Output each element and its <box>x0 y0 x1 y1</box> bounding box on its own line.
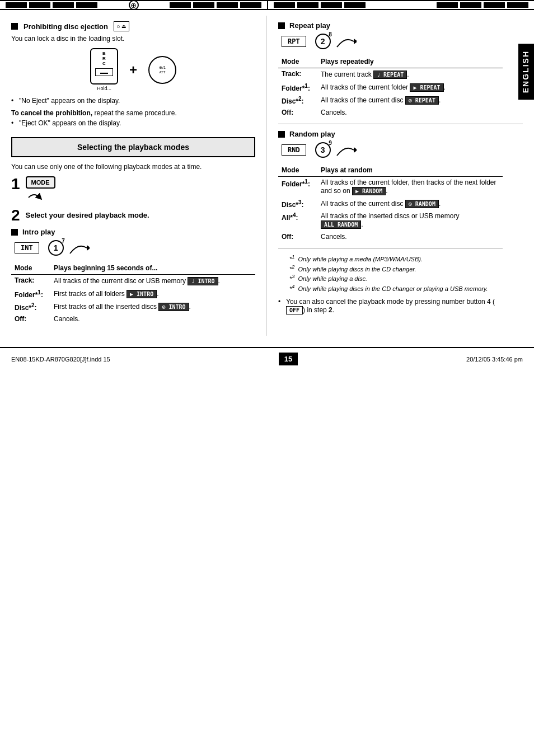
random-disc-text: All tracks of the current disc ⊙ RANDOM. <box>317 198 503 210</box>
repeat-disc-label: Disc*2: <box>278 94 317 107</box>
random-row-off: Off: Cancels. <box>278 231 503 242</box>
step-2-text: Select your desired playback mode. <box>26 208 149 219</box>
prohibiting-section: Prohibiting disc ejection ○ ⏏ You can lo… <box>11 21 255 127</box>
repeat-col-mode: Mode <box>278 55 317 68</box>
repeat-disc-text: All tracks of the current disc ⊙ REPEAT. <box>317 94 503 107</box>
eject-ok-text: "Eject OK" appears on the display. <box>11 119 255 127</box>
random-off-text: Cancels. <box>317 231 503 242</box>
repeat-number-circle: 8 2 <box>315 34 331 49</box>
strip-block-r1 <box>274 2 295 8</box>
all-random-icon: ALL RANDOM <box>321 220 361 229</box>
strip-block-r4 <box>344 2 366 8</box>
svg-marker-0 <box>87 245 90 251</box>
repeat-section-square <box>278 22 285 29</box>
repeat-play-header: Repeat play <box>278 21 503 30</box>
repeat-off-text: Cancels. <box>317 107 503 118</box>
strip-block-8 <box>240 2 261 8</box>
random-col-mode: Mode <box>278 164 317 177</box>
section-divider-2 <box>278 248 503 248</box>
selecting-playback-box: Selecting the playback modes <box>11 137 255 157</box>
random-row-all: All*4: All tracks of the inserted discs … <box>278 210 503 231</box>
random-off-label: Off: <box>278 231 317 242</box>
prohibiting-body: You can lock a disc in the loading slot. <box>11 35 255 43</box>
random-play-title: Random play <box>289 130 335 138</box>
random-section-square <box>278 131 285 138</box>
footnote-3: *3 Only while playing a disc. <box>278 274 503 282</box>
svg-marker-1 <box>354 39 357 44</box>
compass-icon: ⊕ <box>130 1 137 10</box>
prohibiting-title: Prohibiting disc ejection <box>24 22 108 31</box>
intro-disc-text: First tracks of all the inserted discs ⊙… <box>50 300 255 313</box>
strip-block-r3 <box>321 2 342 8</box>
top-strip-left: ⊕ <box>0 1 267 9</box>
mode-arrow-svg <box>26 192 43 203</box>
intro-col-plays: Plays beginning 15 seconds of... <box>50 262 255 275</box>
page-footer: EN08-15KD-AR870G820[J]f.indd 15 15 20/12… <box>0 347 534 370</box>
intro-track-label: Track: <box>11 275 50 288</box>
repeat-row-disc: Disc*2: All tracks of the current disc ⊙… <box>278 94 503 107</box>
prohibiting-title-row: Prohibiting disc ejection ○ ⏏ <box>11 21 255 31</box>
strip-block-4 <box>76 2 97 8</box>
left-column: Prohibiting disc ejection ○ ⏏ You can lo… <box>0 16 267 336</box>
repeat-diagram: RPT 8 2 <box>282 33 503 50</box>
intro-play-table: Mode Plays beginning 15 seconds of... Tr… <box>11 262 255 325</box>
repeat-track-text: The current track ♩ REPEAT. <box>317 68 503 82</box>
random-disc-label: Disc*3: <box>278 198 317 210</box>
strip-block-2 <box>29 2 50 8</box>
intro-row-disc: Disc*2: First tracks of all the inserted… <box>11 300 255 313</box>
footer-date: 20/12/05 3:45:46 pm <box>466 356 523 363</box>
disc-repeat-icon: ⊙ REPEAT <box>405 96 439 105</box>
remote-control-icon: BRC ▬▬ <box>90 48 118 84</box>
repeat-row-folder: Folder*1: All tracks of the current fold… <box>278 81 503 94</box>
page-number: 15 <box>279 353 298 365</box>
random-play-table: Mode Plays at random Folder*1: All track… <box>278 164 503 242</box>
random-row-disc: Disc*3: All tracks of the current disc ⊙… <box>278 198 503 210</box>
disc-eject-icon: ○ ⏏ <box>114 21 129 31</box>
intro-number-circle: 7 1 <box>48 240 64 256</box>
disc-random-icon: ⊙ RANDOM <box>405 200 439 208</box>
intro-play-section: Intro play INT 7 1 <box>11 228 255 325</box>
section-square <box>11 23 18 30</box>
step-1-number: 1 <box>11 176 20 192</box>
step-2-row: 2 Select your desired playback mode. <box>11 208 255 223</box>
plus-icon: + <box>129 62 137 78</box>
top-strip: ⊕ <box>0 0 534 10</box>
selecting-playback-title: Selecting the playback modes <box>77 143 189 152</box>
english-tab: ENGLISH <box>518 44 534 100</box>
random-curved-arrow <box>334 142 357 158</box>
page-container: ⊕ Prohibiting d <box>0 0 534 756</box>
intro-col-mode: Mode <box>11 262 50 275</box>
intro-track-text: All tracks of the current disc or USB me… <box>50 275 255 288</box>
repeat-track-label: Track: <box>278 68 317 82</box>
strip-block-3 <box>53 2 74 8</box>
repeat-col-plays: Plays repeatedly <box>317 55 503 68</box>
random-all-label: All*4: <box>278 210 317 231</box>
random-folder-label: Folder*1: <box>278 177 317 198</box>
repeat-folder-label: Folder*1: <box>278 81 317 94</box>
intro-folder-label: Folder*1: <box>11 288 50 300</box>
footnotes-section: *1 Only while playing a media (MP3/WMA/U… <box>278 254 503 292</box>
intro-play-header: Intro play <box>11 228 255 236</box>
strip-block-1 <box>6 2 27 8</box>
int-label: INT <box>15 242 39 253</box>
intro-folder-text: First tracks of all folders ▶ INTRO. <box>50 288 255 300</box>
folder-repeat-icon: ▶ REPEAT <box>410 83 443 92</box>
track-intro-icon: ♩ INTRO <box>188 277 218 285</box>
disc-intro-icon: ⊙ INTRO <box>158 303 189 311</box>
footnote-2: *2 Only while playing discs in the CD ch… <box>278 264 503 273</box>
repeat-off-label: Off: <box>278 107 317 118</box>
random-folder-text: All tracks of the current folder, then t… <box>317 177 503 198</box>
off-icon: OFF <box>286 306 303 314</box>
folder-random-icon: ▶ RANDOM <box>352 187 386 195</box>
strip-block-r2 <box>297 2 318 8</box>
svg-marker-2 <box>354 147 357 153</box>
random-col-plays: Plays at random <box>317 164 503 177</box>
intro-off-label: Off: <box>11 313 50 325</box>
rpt-label: RPT <box>282 36 306 47</box>
cancel-note: You can also cancel the playback mode by… <box>278 298 503 315</box>
repeat-play-table: Mode Plays repeatedly Track: The current… <box>278 55 503 118</box>
playback-intro-text: You can use only one of the following pl… <box>11 163 255 171</box>
random-play-section: Random play RND 9 3 <box>278 130 523 315</box>
dial-icon: ⊕/1ATT <box>148 56 176 84</box>
intro-curved-arrow <box>67 240 90 256</box>
